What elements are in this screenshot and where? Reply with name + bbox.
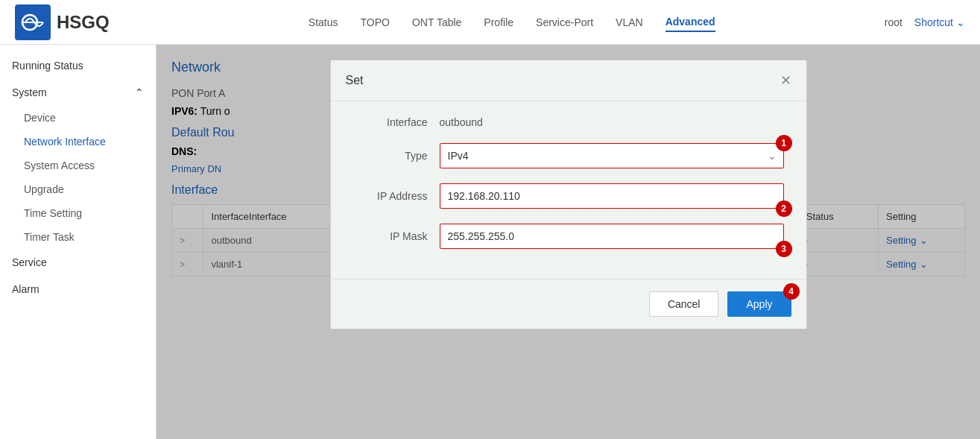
close-icon[interactable]: ✕ bbox=[780, 72, 791, 89]
ip-input[interactable] bbox=[440, 183, 784, 209]
logo-area: HSGQ bbox=[15, 4, 110, 40]
sidebar-item-system-access[interactable]: System Access bbox=[0, 154, 156, 177]
form-row-mask: IP Mask 3 bbox=[353, 224, 784, 249]
interface-label: Interface bbox=[353, 116, 428, 128]
chevron-up-icon: ⌃ bbox=[135, 86, 144, 98]
chevron-down-icon: ⌄ bbox=[956, 16, 965, 28]
nav-links: Status TOPO ONT Table Profile Service-Po… bbox=[139, 13, 885, 32]
logo-icon bbox=[15, 4, 51, 40]
apply-button[interactable]: Apply bbox=[727, 291, 791, 317]
sidebar-item-running-status[interactable]: Running Status bbox=[0, 52, 156, 79]
nav-advanced[interactable]: Advanced bbox=[666, 13, 715, 32]
form-row-ip: IP Address 2 bbox=[353, 183, 784, 209]
modal-body: ForciSP Interface outbound Type IPv4 IPv… bbox=[331, 101, 806, 279]
step-badge-2: 2 bbox=[776, 200, 792, 217]
apply-wrapper: Apply 4 bbox=[727, 291, 791, 317]
nav-shortcut[interactable]: Shortcut ⌄ bbox=[914, 16, 965, 28]
modal-title: Set bbox=[346, 74, 364, 87]
nav-service-port[interactable]: Service-Port bbox=[536, 13, 593, 31]
nav-vlan[interactable]: VLAN bbox=[616, 13, 643, 31]
type-select-wrapper: IPv4 IPv6 ⌄ bbox=[440, 143, 784, 168]
sidebar-item-upgrade[interactable]: Upgrade bbox=[0, 177, 156, 201]
sidebar-item-network-interface[interactable]: Network Interface bbox=[0, 130, 156, 154]
nav-user: root bbox=[885, 16, 902, 28]
nav-profile[interactable]: Profile bbox=[484, 13, 513, 31]
logo-text: HSGQ bbox=[57, 12, 110, 33]
ip-label: IP Address bbox=[353, 190, 428, 202]
modal-footer: Cancel Apply 4 bbox=[331, 279, 806, 329]
nav-ont-table[interactable]: ONT Table bbox=[412, 13, 461, 31]
sidebar-item-system[interactable]: System ⌃ bbox=[0, 79, 156, 106]
main-content: Network PON Port A IPV6: Turn o Default … bbox=[157, 45, 980, 439]
sidebar-item-timer-task[interactable]: Timer Task bbox=[0, 225, 156, 249]
sidebar-item-device[interactable]: Device bbox=[0, 106, 156, 130]
modal-header: Set ✕ bbox=[331, 60, 806, 101]
set-modal: Set ✕ ForciSP Interface outbound Type bbox=[330, 60, 807, 329]
form-row-type: Type IPv4 IPv6 ⌄ 1 bbox=[353, 143, 784, 168]
sidebar-item-alarm[interactable]: Alarm bbox=[0, 276, 156, 303]
mask-input[interactable] bbox=[440, 224, 784, 249]
nav-topo[interactable]: TOPO bbox=[361, 13, 390, 31]
nav-right: root Shortcut ⌄ bbox=[885, 16, 965, 28]
step-badge-1: 1 bbox=[776, 135, 792, 151]
sidebar-item-service[interactable]: Service bbox=[0, 249, 156, 276]
main-layout: Running Status System ⌃ Device Network I… bbox=[0, 45, 980, 439]
nav-status[interactable]: Status bbox=[309, 13, 338, 31]
step-badge-3: 3 bbox=[776, 241, 792, 257]
type-select[interactable]: IPv4 IPv6 bbox=[440, 143, 784, 168]
modal-overlay: Set ✕ ForciSP Interface outbound Type bbox=[157, 45, 980, 439]
step-badge-4: 4 bbox=[783, 283, 800, 300]
mask-label: IP Mask bbox=[353, 230, 428, 242]
sidebar-item-time-setting[interactable]: Time Setting bbox=[0, 201, 156, 225]
sidebar: Running Status System ⌃ Device Network I… bbox=[0, 45, 157, 439]
top-navigation: HSGQ Status TOPO ONT Table Profile Servi… bbox=[0, 0, 980, 45]
interface-value: outbound bbox=[440, 116, 483, 128]
type-label: Type bbox=[353, 150, 428, 162]
cancel-button[interactable]: Cancel bbox=[649, 291, 719, 317]
form-row-interface: Interface outbound bbox=[353, 116, 784, 128]
